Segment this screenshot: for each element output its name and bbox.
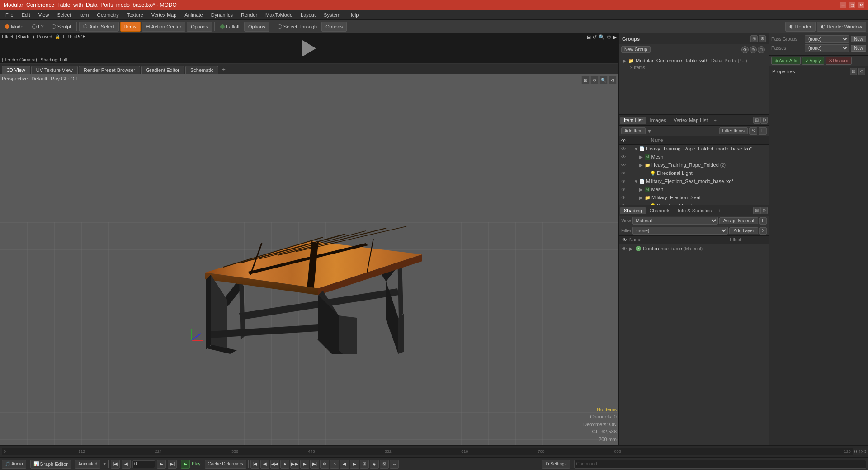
- options3-btn[interactable]: Options: [321, 22, 347, 32]
- add-sh-tab[interactable]: +: [716, 207, 723, 214]
- il-eye-5[interactable]: 👁: [621, 187, 628, 192]
- frame-input[interactable]: 0: [132, 460, 155, 468]
- add-tab-btn[interactable]: +: [219, 65, 228, 74]
- tab-vertexmap[interactable]: Vertex Map List: [670, 117, 712, 124]
- tab-uvtextureview[interactable]: UV Texture View: [31, 66, 78, 74]
- add-item-btn[interactable]: Add Item: [621, 127, 646, 134]
- il-row-dlight1[interactable]: 👁 💡 Directional Light: [619, 169, 769, 177]
- tport-7[interactable]: ▶|: [310, 460, 319, 469]
- transport-end-btn[interactable]: ▶|: [168, 460, 177, 469]
- command-input[interactable]: Command: [574, 460, 866, 469]
- menu-texture[interactable]: Texture: [123, 11, 147, 19]
- shading-view-select[interactable]: Material: [632, 217, 718, 225]
- preview-ctrl4[interactable]: ⚙: [607, 34, 611, 40]
- groups-settings-btn[interactable]: ⚙: [759, 35, 766, 42]
- shading-filter-select[interactable]: (none): [632, 227, 728, 235]
- render-btn[interactable]: ◐ Render: [785, 22, 816, 32]
- il-eye-3[interactable]: 👁: [621, 171, 628, 176]
- il-row-dlight2[interactable]: 👁 💡 Directional Light: [619, 202, 769, 205]
- il-eye-4[interactable]: 👁: [621, 179, 628, 184]
- preview-ctrl1[interactable]: ⊞: [587, 34, 591, 40]
- transport-next-btn[interactable]: ▶: [157, 460, 166, 469]
- view-mode[interactable]: Perspective: [2, 76, 28, 81]
- preview-ctrl5[interactable]: ▶: [613, 34, 617, 40]
- add-layer-btn[interactable]: Add Layer: [729, 227, 758, 234]
- preview-play-btn[interactable]: [300, 39, 318, 57]
- cache-deformers-btn[interactable]: Cache Deformers: [205, 460, 246, 469]
- menu-system[interactable]: System: [320, 11, 344, 19]
- falloff-radio[interactable]: Falloff: [217, 23, 243, 31]
- auto-add-btn[interactable]: ⊕ Auto Add: [771, 57, 801, 65]
- tport-5[interactable]: ▶▶: [290, 460, 299, 469]
- menu-maxtomodo[interactable]: MaxToModo: [262, 11, 296, 19]
- tab-schematic[interactable]: Schematic: [185, 66, 218, 74]
- transport-prev-btn[interactable]: ◀: [122, 460, 131, 469]
- filter-items-btn[interactable]: Filter Items: [719, 127, 748, 134]
- il-row-military-file[interactable]: 👁 ▼ 📄 Military_Ejection_Seat_modo_base.l…: [619, 177, 769, 185]
- close-btn[interactable]: ✕: [858, 2, 864, 8]
- menu-file[interactable]: File: [2, 11, 17, 19]
- transport-start-btn[interactable]: |◀: [111, 460, 120, 469]
- tab-channels[interactable]: Channels: [646, 207, 674, 214]
- vp-rotate-btn[interactable]: ↺: [590, 76, 599, 84]
- tport-15[interactable]: ↔: [390, 460, 399, 469]
- maximize-btn[interactable]: □: [849, 2, 855, 8]
- menu-edit[interactable]: Edit: [18, 11, 34, 19]
- menu-render[interactable]: Render: [237, 11, 261, 19]
- select-through-radio[interactable]: Select Through: [274, 23, 320, 31]
- il-eye-0[interactable]: 👁: [621, 146, 628, 151]
- animated-btn[interactable]: Animated: [75, 460, 100, 469]
- options1-btn[interactable]: Options: [187, 22, 212, 32]
- add-il-tab[interactable]: +: [711, 117, 718, 124]
- tport-9[interactable]: ○: [330, 460, 339, 469]
- groups-expand-btn[interactable]: ⊞: [750, 35, 758, 42]
- tport-3[interactable]: ◀◀: [270, 460, 279, 469]
- groups-icon2[interactable]: ⊕: [750, 46, 757, 53]
- il-settings-btn[interactable]: ⚙: [760, 117, 768, 124]
- il-eye-1[interactable]: 👁: [621, 155, 628, 160]
- mode-f2[interactable]: F2: [29, 23, 47, 31]
- render-window-btn[interactable]: ◐ Render Window: [817, 22, 866, 32]
- groups-icon3[interactable]: □: [758, 46, 765, 53]
- audio-btn[interactable]: 🎵 Audio: [2, 460, 26, 469]
- tport-4[interactable]: ●: [280, 460, 289, 469]
- pass-groups-select[interactable]: (none): [805, 35, 849, 43]
- discard-btn[interactable]: ✕ Discard: [826, 57, 852, 65]
- menu-geometry[interactable]: Geometry: [93, 11, 122, 19]
- sh-s-btn[interactable]: S: [760, 227, 767, 235]
- sh-expand-btn[interactable]: ⊞: [753, 207, 760, 214]
- il-row-mesh1[interactable]: 👁 ▶ M Mesh: [619, 153, 769, 161]
- group-item-main[interactable]: ▶ 📁 Modular_Conference_Table_with_Data_P…: [621, 57, 767, 64]
- settings-btn[interactable]: ⚙ Settings: [542, 460, 570, 469]
- vp-zoom-btn[interactable]: 🔍: [599, 76, 608, 84]
- menu-select[interactable]: Select: [53, 11, 75, 19]
- tport-14[interactable]: ⊠: [380, 460, 389, 469]
- passes-select[interactable]: (none): [805, 44, 849, 52]
- il-row-military-group[interactable]: 👁 ▶ 📁 Military_Ejection_Seat: [619, 193, 769, 202]
- play-btn[interactable]: ▶: [181, 460, 190, 469]
- menu-layout[interactable]: Layout: [297, 11, 319, 19]
- mode-sculpt[interactable]: Sculpt: [48, 23, 75, 31]
- tport-1[interactable]: |◀: [250, 460, 259, 469]
- sh-eye-0[interactable]: 👁: [622, 246, 629, 251]
- minimize-btn[interactable]: ─: [840, 2, 846, 8]
- tab-item-list[interactable]: Item List: [620, 117, 646, 124]
- prop-expand-btn[interactable]: ⊞: [850, 68, 857, 75]
- il-row-rope-group[interactable]: 👁 ▶ 📁 Heavy_Training_Rope_Folded (2): [619, 161, 769, 169]
- tport-11[interactable]: ▶: [350, 460, 359, 469]
- groups-icon1[interactable]: 👁: [741, 46, 749, 53]
- tport-6[interactable]: ▶: [300, 460, 309, 469]
- tport-12[interactable]: ⊞: [360, 460, 369, 469]
- pass-groups-new-btn[interactable]: New: [851, 36, 866, 42]
- il-row-mesh2[interactable]: 👁 ▶ M Mesh: [619, 185, 769, 193]
- items-btn[interactable]: Items: [120, 22, 141, 32]
- tab-renderpreset[interactable]: Render Preset Browser: [79, 66, 140, 74]
- viewport-3d[interactable]: Perspective Default Ray GL: Off ⊞ ↺ 🔍 ⚙ …: [0, 74, 618, 445]
- mode-model[interactable]: Model: [2, 23, 28, 31]
- il-eye-6[interactable]: 👁: [621, 195, 628, 200]
- passes-new-btn[interactable]: New: [851, 45, 866, 52]
- sh-f-btn[interactable]: F: [760, 217, 767, 225]
- action-center-btn[interactable]: ⊕ Action Center: [142, 22, 186, 32]
- vp-settings-btn[interactable]: ⚙: [609, 76, 617, 84]
- preview-ctrl3[interactable]: 🔍: [599, 34, 605, 40]
